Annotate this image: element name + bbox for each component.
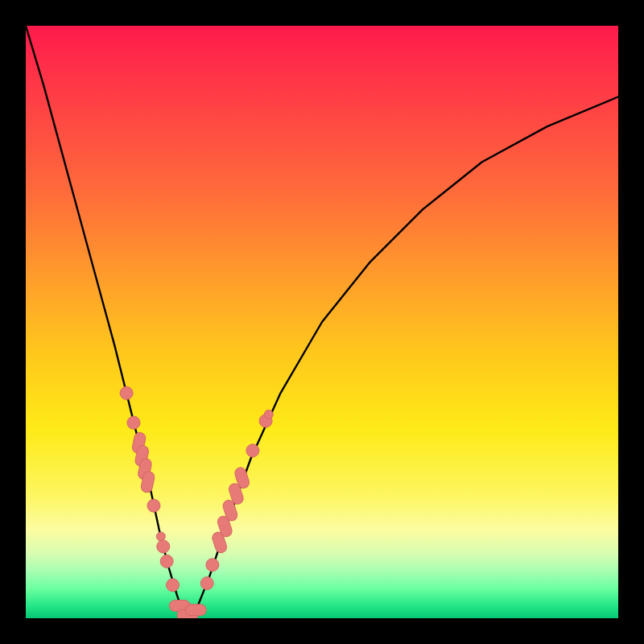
chart-svg <box>26 26 618 618</box>
curve-marker <box>120 386 133 399</box>
curve-markers <box>120 386 273 618</box>
curve-marker <box>147 499 160 512</box>
curve-marker <box>160 555 173 568</box>
curve-marker <box>206 559 219 572</box>
curve-marker <box>157 540 170 553</box>
curve-marker <box>167 579 180 592</box>
curve-marker <box>264 410 273 419</box>
frame-top <box>0 0 644 26</box>
bottleneck-curve <box>26 26 618 615</box>
curve-marker <box>185 605 206 616</box>
curve-marker <box>246 444 259 457</box>
frame-left <box>0 0 26 644</box>
plot-area <box>26 26 618 618</box>
frame-bottom <box>0 618 644 644</box>
figure-stage: TheBottleneck.com <box>0 0 644 644</box>
curve-marker <box>200 577 213 590</box>
curve-marker <box>156 532 165 541</box>
curve-marker <box>127 416 140 429</box>
frame-right <box>618 0 644 644</box>
